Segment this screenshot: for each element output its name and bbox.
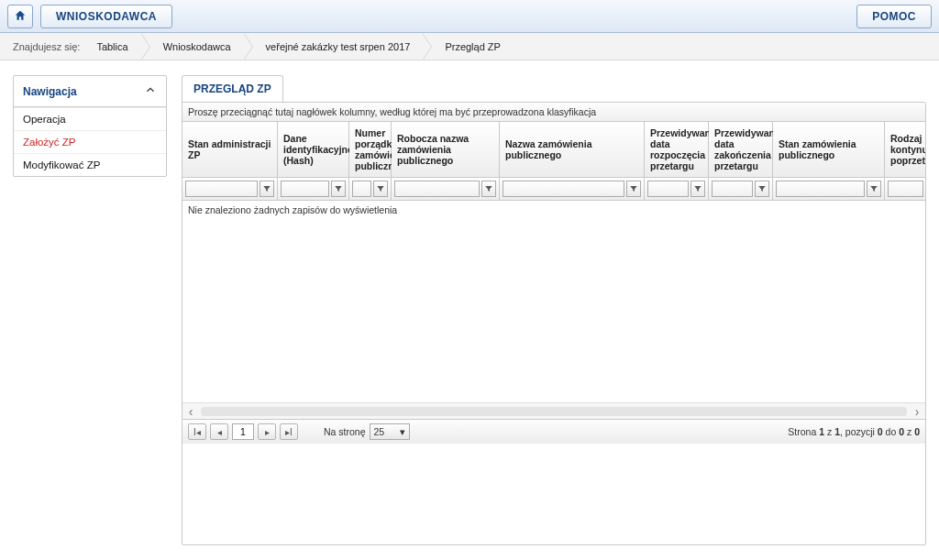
chevron-up-icon — [144, 83, 157, 99]
col-header-rodzaj-kontynuacji[interactable]: Rodzaj kontynuacji poprzetargowej — [885, 122, 925, 178]
sidebar-item-label: Modyfikować ZP — [23, 159, 100, 170]
wnioskodawca-label: WNIOSKODAWCA — [56, 10, 157, 23]
chevron-right-icon — [141, 33, 150, 60]
grid-horizontal-scroll[interactable]: Stan administracji ZP Dane identyfikacyj… — [182, 122, 925, 201]
filter-input-1[interactable] — [281, 181, 329, 197]
card-footer-space — [182, 444, 925, 544]
filter-input-7[interactable] — [776, 181, 865, 197]
sidebar-item-operacja[interactable]: Operacja — [14, 107, 166, 130]
sidebar-nawigacja: Nawigacja Operacja Założyć ZP Modyfikowa… — [13, 75, 167, 177]
breadcrumb-item-0[interactable]: Tablica — [83, 33, 140, 60]
grid-filter-row — [182, 178, 925, 201]
filter-icon[interactable] — [867, 181, 881, 197]
tab-przeglad-zp[interactable]: PRZEGLĄD ZP — [182, 75, 283, 102]
pager-next-button[interactable]: ▸ — [258, 423, 276, 440]
pomoc-label: POMOC — [872, 10, 916, 23]
col-header-hash[interactable]: Dane identyfikacyjne (Hash) — [278, 122, 349, 178]
pager-last-button[interactable]: ▸I — [280, 423, 298, 440]
scroll-track[interactable] — [201, 407, 907, 416]
col-header-stan-administracji[interactable]: Stan administracji ZP — [182, 122, 278, 178]
filter-input-5[interactable] — [647, 181, 689, 197]
col-header-nazwa[interactable]: Nazwa zamówienia publicznego — [500, 122, 645, 178]
scroll-right-button[interactable]: › — [909, 404, 925, 419]
pager-prev-button[interactable]: ◂ — [210, 423, 228, 440]
filter-icon[interactable] — [755, 181, 769, 197]
breadcrumb-item-2[interactable]: veřejné zakázky test srpen 2017 — [253, 33, 424, 60]
filter-input-2[interactable] — [352, 181, 371, 197]
sidebar-item-modyfikowac-zp[interactable]: Modyfikować ZP — [14, 153, 166, 176]
filter-input-8[interactable] — [888, 181, 923, 197]
breadcrumb-label: Znajdujesz się: — [13, 41, 80, 52]
filter-icon[interactable] — [373, 181, 388, 197]
home-icon — [14, 9, 27, 24]
filter-input-3[interactable] — [394, 181, 480, 197]
pager-page-input[interactable] — [232, 423, 254, 440]
per-page-label: Na stronę — [324, 426, 366, 437]
col-header-robocza-nazwa[interactable]: Robocza nazwa zamówienia publicznego — [392, 122, 500, 178]
col-header-data-zakonczenia[interactable]: Przewidywana data zakończenia przetargu — [709, 122, 773, 178]
grid-body — [182, 219, 925, 402]
scroll-left-button[interactable]: ‹ — [182, 404, 199, 419]
chevron-right-icon — [244, 33, 253, 60]
pager: I◂ ◂ ▸ ▸I Na stronę 25 ▾ Strona 1 z 1, p… — [182, 419, 925, 444]
group-by-hint: Proszę przeciągnąć tutaj nagłówek kolumn… — [182, 103, 925, 122]
sidebar-item-label: Założyć ZP — [23, 137, 76, 148]
col-header-data-rozpoczecia[interactable]: Przewidywana data rozpoczęcia przetargu — [645, 122, 709, 178]
filter-input-6[interactable] — [712, 181, 753, 197]
grid-header-row: Stan administracji ZP Dane identyfikacyj… — [182, 122, 925, 178]
filter-icon[interactable] — [690, 181, 705, 197]
chevron-right-icon — [423, 33, 432, 60]
col-header-stan-zamowienia[interactable]: Stan zamówienia publicznego — [773, 122, 885, 178]
sidebar-item-label: Operacja — [23, 114, 66, 125]
pager-summary: Strona 1 z 1, pozycji 0 do 0 z 0 — [788, 426, 920, 437]
breadcrumb: Znajdujesz się: Tablica Wnioskodawca veř… — [0, 33, 939, 60]
filter-input-0[interactable] — [185, 181, 258, 197]
grid-empty-message: Nie znaleziono żadnych zapisów do wyświe… — [182, 201, 925, 219]
pomoc-button[interactable]: POMOC — [856, 5, 932, 28]
pager-first-button[interactable]: I◂ — [188, 423, 206, 440]
filter-icon[interactable] — [331, 181, 346, 197]
chevron-down-icon: ▾ — [400, 426, 405, 437]
sidebar-header[interactable]: Nawigacja — [14, 76, 166, 107]
col-header-numer-porzadkowy[interactable]: Numer porządkowy zamówienia publicznego — [349, 122, 392, 178]
wnioskodawca-button[interactable]: WNIOSKODAWCA — [40, 5, 172, 28]
per-page-value: 25 — [374, 426, 385, 437]
sidebar-item-zalozyc-zp[interactable]: Założyć ZP — [14, 130, 166, 153]
per-page-select[interactable]: 25 ▾ — [370, 423, 410, 440]
sidebar-title: Nawigacja — [23, 85, 77, 98]
tab-label: PRZEGLĄD ZP — [193, 82, 271, 95]
filter-icon[interactable] — [260, 181, 274, 197]
breadcrumb-item-3[interactable]: Przegląd ZP — [432, 33, 514, 60]
filter-input-4[interactable] — [503, 181, 624, 197]
home-button[interactable] — [7, 5, 33, 28]
filter-icon[interactable] — [481, 181, 496, 197]
filter-icon[interactable] — [626, 181, 641, 197]
breadcrumb-item-1[interactable]: Wnioskodawca — [150, 33, 244, 60]
